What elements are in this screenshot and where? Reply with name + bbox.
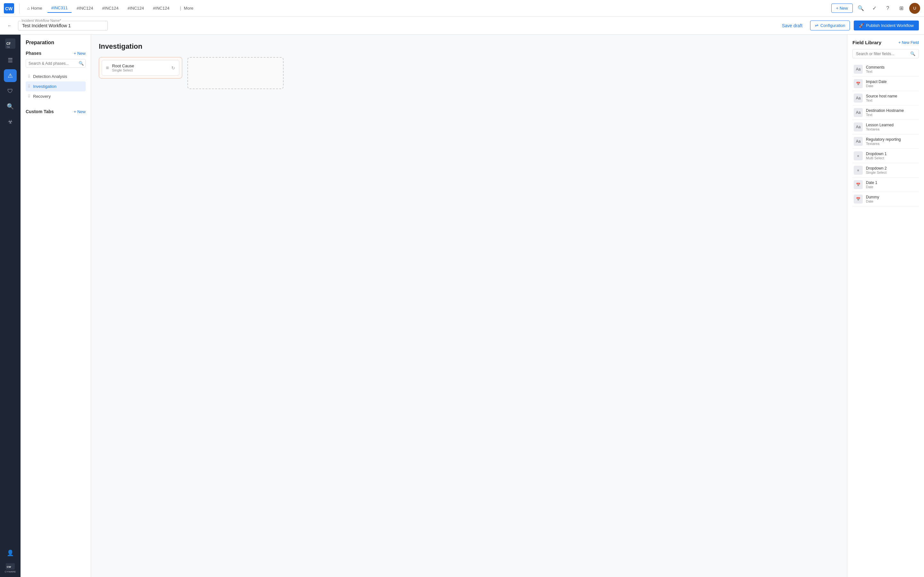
fl-item-icon-source-host: Aa: [854, 93, 863, 103]
nav-tab-inc124c[interactable]: #INC124: [124, 4, 148, 13]
field-card-name: Root Cause: [112, 63, 168, 68]
magnify-icon: 🔍: [7, 103, 14, 110]
new-button[interactable]: + New: [831, 3, 853, 13]
fl-item-dest-hostname[interactable]: Aa Destination Hostname Text: [853, 105, 919, 120]
fl-item-icon-regulatory: Aa: [854, 137, 863, 146]
cyware-logo-icon: CW: [4, 3, 14, 13]
fl-item-type-dropdown2: Single Select: [866, 171, 918, 174]
phase-item-recovery[interactable]: ⠿ Recovery: [26, 91, 86, 101]
fl-item-info-source-host: Source host name Text: [866, 94, 918, 102]
back-icon: ←: [7, 23, 12, 28]
sidebar-item-biohazard[interactable]: ☣: [4, 115, 17, 128]
fl-item-dropdown1[interactable]: ≡ Dropdown 1 Multi Select: [853, 149, 919, 163]
alert-icon: ⚠: [8, 72, 13, 79]
back-button[interactable]: ←: [5, 21, 14, 30]
nav-tab-home[interactable]: ⌂ Home: [23, 4, 46, 13]
refresh-icon[interactable]: ↻: [171, 65, 175, 71]
phase-item-investigation[interactable]: ⠿ Investigation: [26, 81, 86, 91]
canvas-area: Investigation ≡ Root Cause Single Select…: [91, 35, 847, 577]
help-button[interactable]: ?: [882, 3, 893, 14]
fl-item-date1[interactable]: 📅 Date 1 Date: [853, 177, 919, 192]
field-type-icon: ≡: [106, 65, 109, 71]
phases-header: Phases + New: [26, 51, 86, 56]
fl-item-icon-dropdown2: ≡: [854, 166, 863, 175]
nav-tab-more[interactable]: ⋮ More: [174, 4, 197, 13]
add-custom-tab-button[interactable]: + New: [74, 109, 86, 114]
add-new-phase-button[interactable]: + New: [74, 51, 86, 56]
biohazard-icon: ☣: [8, 118, 13, 125]
fl-item-icon-impact-date: 📅: [854, 79, 863, 88]
phase-section-title: Preparation: [26, 40, 86, 45]
drag-handle-investigation: ⠿: [27, 84, 31, 89]
cftr-logo: CF TR: [5, 39, 15, 49]
custom-tabs-title: Custom Tabs: [26, 109, 54, 114]
fl-search-icon: 🔍: [910, 51, 915, 56]
nav-tab-inc311[interactable]: #INC311: [47, 3, 71, 13]
sidebar-item-search[interactable]: 🔍: [4, 100, 17, 113]
drag-handle-recovery: ⠿: [27, 94, 31, 99]
configuration-button[interactable]: ⇌ Configuration: [810, 21, 850, 31]
fl-item-impact-date[interactable]: 📅 Impact Date Date: [853, 77, 919, 91]
fl-item-type-regulatory: Textarea: [866, 142, 918, 145]
search-button[interactable]: 🔍: [855, 3, 866, 14]
fl-item-source-host[interactable]: Aa Source host name Text: [853, 91, 919, 105]
fl-item-info-dest-hostname: Destination Hostname Text: [866, 108, 918, 117]
sliders-icon: ⇌: [815, 23, 819, 28]
fl-item-lesson-learned[interactable]: Aa Lesson Learned Textarea: [853, 120, 919, 134]
fl-item-dummy[interactable]: 📅 Dummy Date: [853, 192, 919, 206]
publish-button[interactable]: 🚀 Publish Incident Workflow: [854, 21, 919, 31]
fl-item-name-lesson-learned: Lesson Learned: [866, 123, 918, 127]
fl-item-name-source-host: Source host name: [866, 94, 918, 98]
logo-area: CW: [4, 3, 19, 13]
save-draft-button[interactable]: Save draft: [778, 21, 806, 30]
nav-tab-inc124d[interactable]: #INC124: [149, 4, 173, 13]
field-card-root-cause[interactable]: ≡ Root Cause Single Select ↻: [99, 57, 182, 79]
cyware-label: CYWARE: [5, 570, 16, 573]
drop-zone[interactable]: [187, 57, 284, 89]
fl-item-dropdown2[interactable]: ≡ Dropdown 2 Single Select: [853, 163, 919, 177]
left-sidebar: CF TR ☰ ⚠ 🛡 🔍 ☣ 👤 CW: [0, 35, 21, 577]
fl-item-type-dropdown1: Multi Select: [866, 156, 918, 160]
fl-item-info-date1: Date 1 Date: [866, 181, 918, 189]
field-library: Field Library + New Field 🔍 Aa Comments …: [847, 35, 924, 577]
sidebar-bottom: 👤 CW CYWARE: [4, 546, 17, 573]
fl-item-regulatory[interactable]: Aa Regulatory reporting Textarea: [853, 134, 919, 149]
phase-panel: Preparation Phases + New 🔍 ⠿ Detection A…: [21, 35, 91, 577]
fl-item-icon-dummy: 📅: [854, 195, 863, 203]
new-field-button[interactable]: + New Field: [898, 40, 919, 45]
field-card-type: Single Select: [112, 68, 168, 72]
sidebar-item-alert[interactable]: ⚠: [4, 69, 17, 82]
fl-item-type-lesson-learned: Textarea: [866, 127, 918, 131]
fl-item-info-lesson-learned: Lesson Learned Textarea: [866, 123, 918, 131]
field-card-inner: ≡ Root Cause Single Select ↻: [102, 60, 179, 76]
fl-title: Field Library: [853, 40, 881, 45]
drag-handle-detection: ⠿: [27, 74, 31, 79]
workflow-name-input[interactable]: [22, 23, 103, 28]
tasks-button[interactable]: ✓: [869, 3, 880, 14]
sidebar-logo: CF TR: [5, 39, 15, 50]
fl-item-info-impact-date: Impact Date Date: [866, 79, 918, 88]
user-avatar[interactable]: U: [909, 3, 920, 14]
svg-text:CW: CW: [7, 566, 11, 568]
search-phases-field: 🔍: [26, 59, 86, 68]
fl-item-info-dummy: Dummy Date: [866, 195, 918, 203]
fl-item-icon-date1: 📅: [854, 180, 863, 189]
cyware-bottom-logo: CW: [6, 563, 15, 570]
sidebar-item-menu[interactable]: ☰: [4, 54, 17, 67]
user-icon: 👤: [7, 550, 14, 556]
sidebar-item-shield[interactable]: 🛡: [4, 85, 17, 97]
nav-tab-inc124a[interactable]: #INC124: [73, 4, 97, 13]
fl-search: 🔍: [853, 49, 919, 58]
fl-item-comments[interactable]: Aa Comments Text: [853, 62, 919, 77]
field-card-info: Root Cause Single Select: [112, 63, 168, 72]
nav-tab-inc124b[interactable]: #INC124: [98, 4, 122, 13]
phase-item-detection[interactable]: ⠿ Detection Analysis: [26, 71, 86, 81]
fl-item-type-impact-date: Date: [866, 84, 918, 88]
cyware-bottom: CW CYWARE: [5, 563, 16, 573]
sidebar-item-user[interactable]: 👤: [4, 546, 17, 559]
fl-search-input[interactable]: [856, 52, 908, 56]
search-phases-input[interactable]: [29, 61, 77, 66]
fl-item-name-regulatory: Regulatory reporting: [866, 137, 918, 142]
apps-button[interactable]: ⊞: [896, 3, 907, 14]
menu-icon: ☰: [8, 57, 13, 64]
